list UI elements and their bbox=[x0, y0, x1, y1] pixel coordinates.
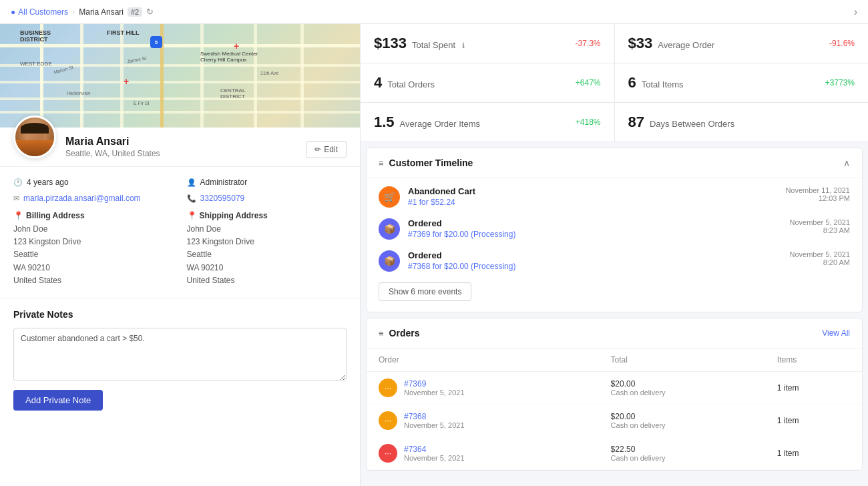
order-amount-0: $20.00 bbox=[611, 379, 753, 389]
stat-change-total-items: +3773% bbox=[825, 78, 855, 87]
customer-name: Maria Ansari bbox=[65, 136, 347, 148]
orders-header: ≡ Orders View All bbox=[367, 318, 862, 348]
timeline-section: ≡ Customer Timeline ∧ 🛒 Abandoned Cart #… bbox=[366, 148, 863, 312]
edit-icon: ✏ bbox=[314, 145, 321, 154]
order-cell-0: ··· #7369 November 5, 2021 bbox=[379, 379, 587, 397]
cart-event-date: November 11, 2021 bbox=[785, 186, 850, 194]
shipping-state-zip: WA 90210 bbox=[187, 262, 347, 274]
orders-section: ≡ Orders View All Order Total Items bbox=[366, 318, 863, 471]
timeline-event-order-7369: 📦 Ordered #7369 for $20.00 (Processing) … bbox=[379, 218, 850, 240]
order-7369-content: Ordered #7369 for $20.00 (Processing) bbox=[408, 218, 782, 239]
cart-event-detail[interactable]: #1 for $52.24 bbox=[408, 198, 777, 207]
order-7369-hour: 8:23 AM bbox=[790, 226, 851, 234]
stat-value-total-items: 6 bbox=[628, 74, 636, 91]
customer-badge: #2 bbox=[128, 7, 142, 17]
email-link[interactable]: maria.pirzada.ansari@gmail.com bbox=[23, 194, 141, 203]
order-link-2[interactable]: #7364 bbox=[404, 445, 465, 454]
back-label: All Customers bbox=[18, 7, 68, 17]
cart-event-icon: 🛒 bbox=[379, 186, 400, 208]
phone-detail: 📞 3320595079 bbox=[187, 194, 347, 203]
collapse-icon[interactable]: › bbox=[854, 6, 857, 18]
address-block: 📍 Billing Address John Doe 123 Kingston … bbox=[13, 211, 347, 287]
shipping-address1: 123 Kingston Drive bbox=[187, 236, 347, 248]
customer-location: Seattle, WA, United States bbox=[65, 149, 347, 158]
shipping-name: John Doe bbox=[187, 223, 347, 236]
order-link-1[interactable]: #7368 bbox=[404, 412, 465, 421]
cart-event-content: Abandoned Cart #1 for $52.24 bbox=[408, 186, 777, 207]
order-7368-content: Ordered #7368 for $20.00 (Processing) bbox=[408, 250, 782, 271]
timeline-events: 🛒 Abandoned Cart #1 for $52.24 November … bbox=[367, 178, 862, 312]
billing-city: Seattle bbox=[13, 248, 174, 261]
order-payment-1: Cash on delivery bbox=[611, 421, 753, 429]
refresh-icon[interactable]: ↻ bbox=[146, 7, 154, 17]
timeline-collapse-button[interactable]: ∧ bbox=[843, 158, 850, 168]
stat-label-average-order: Average Order bbox=[658, 40, 714, 50]
stat-value-avg-order-items: 1.5 bbox=[374, 113, 395, 131]
order-7369-detail[interactable]: #7369 for $20.00 (Processing) bbox=[408, 230, 782, 239]
order-items-cell-2: 1 item bbox=[765, 437, 862, 470]
clock-icon: 🕐 bbox=[13, 178, 23, 187]
order-payment-2: Cash on delivery bbox=[611, 454, 753, 462]
order-7368-time: November 5, 2021 8:20 AM bbox=[790, 250, 851, 266]
order-payment-0: Cash on delivery bbox=[611, 389, 753, 397]
order-items-cell-0: 1 item bbox=[765, 372, 862, 405]
timeline-event-order-7368: 📦 Ordered #7368 for $20.00 (Processing) … bbox=[379, 250, 850, 272]
email-icon: ✉ bbox=[13, 194, 19, 203]
stat-total-items: 6 Total Items +3773% bbox=[615, 63, 869, 102]
stat-days-between: 87 Days Between Orders bbox=[615, 103, 869, 142]
timeline-event-cart: 🛒 Abandoned Cart #1 for $52.24 November … bbox=[379, 186, 850, 208]
billing-name: John Doe bbox=[13, 223, 174, 236]
order-status-icon-1: ··· bbox=[379, 411, 397, 430]
nav-separator: › bbox=[72, 7, 75, 17]
order-7369-title: Ordered bbox=[408, 218, 782, 228]
show-more-events-button[interactable]: Show 6 more events bbox=[379, 282, 471, 301]
stat-value-average-order: $33 bbox=[628, 35, 653, 52]
cart-icon: 🛒 bbox=[384, 192, 395, 202]
billing-address: 📍 Billing Address John Doe 123 Kingston … bbox=[13, 211, 174, 287]
stat-change-total-orders: +647% bbox=[576, 78, 601, 87]
order-event-icon-7368: 📦 bbox=[379, 250, 400, 272]
order-7368-date: November 5, 2021 bbox=[790, 250, 851, 258]
orders-icon: ≡ bbox=[379, 328, 384, 338]
order-items-count-1: 1 item bbox=[777, 416, 799, 425]
stat-avg-order-items: 1.5 Average Order Items +418% bbox=[361, 103, 614, 142]
edit-button[interactable]: ✏ Edit bbox=[306, 141, 347, 158]
map-area: BUSINESSDISTRICT FIRST HILL WEST EDGE CE… bbox=[0, 24, 360, 128]
add-note-button[interactable]: Add Private Note bbox=[13, 390, 103, 411]
cart-event-time: November 11, 2021 12:03 PM bbox=[785, 186, 850, 202]
order-total-cell-0: $20.00 Cash on delivery bbox=[599, 372, 765, 405]
shipping-title: Shipping Address bbox=[200, 211, 268, 220]
order-items-count-2: 1 item bbox=[777, 449, 799, 458]
orders-title: Orders bbox=[389, 328, 420, 338]
order-7368-detail[interactable]: #7368 for $20.00 (Processing) bbox=[408, 262, 782, 271]
notes-textarea[interactable]: Customer abandoned a cart > $50. bbox=[13, 328, 347, 381]
order-date-2: November 5, 2021 bbox=[404, 454, 465, 462]
order-total-cell-2: $22.50 Cash on delivery bbox=[599, 437, 765, 470]
phone-link[interactable]: 3320595079 bbox=[200, 194, 245, 203]
back-arrow-icon: ● bbox=[11, 7, 15, 17]
timeline-title: Customer Timeline bbox=[389, 158, 473, 168]
shipping-pin-icon: 📍 bbox=[187, 211, 197, 220]
order-link-0[interactable]: #7369 bbox=[404, 379, 465, 389]
billing-pin-icon: 📍 bbox=[13, 211, 23, 220]
back-to-customers[interactable]: ● All Customers bbox=[11, 7, 68, 17]
stat-change-average-order: -91.6% bbox=[829, 39, 855, 48]
order-status-icon-2: ··· bbox=[379, 444, 397, 463]
billing-title: Billing Address bbox=[26, 211, 85, 220]
view-all-link[interactable]: View All bbox=[822, 328, 850, 338]
cart-event-hour: 12:03 PM bbox=[785, 194, 850, 202]
order-7369-time: November 5, 2021 8:23 AM bbox=[790, 218, 851, 234]
order-total-cell-1: $20.00 Cash on delivery bbox=[599, 405, 765, 437]
stats-grid: $133 Total Spent ℹ -37.3% $33 Average Or… bbox=[361, 24, 868, 142]
email-detail: ✉ maria.pirzada.ansari@gmail.com bbox=[13, 194, 174, 203]
details-section: 🕐 4 years ago 👤 Administrator ✉ maria.pi… bbox=[0, 167, 360, 298]
order-items-count-0: 1 item bbox=[777, 383, 799, 393]
stat-total-orders: 4 Total Orders +647% bbox=[361, 63, 614, 102]
billing-state-zip: WA 90210 bbox=[13, 262, 174, 274]
right-panel: $133 Total Spent ℹ -37.3% $33 Average Or… bbox=[361, 24, 868, 486]
stat-label-days-between: Days Between Orders bbox=[650, 119, 734, 129]
profile-section: Maria Ansari Seattle, WA, United States … bbox=[0, 128, 360, 167]
stat-label-total-spent: Total Spent bbox=[412, 40, 455, 50]
billing-country: United States bbox=[13, 274, 174, 287]
billing-lines: John Doe 123 Kingston Drive Seattle WA 9… bbox=[13, 223, 174, 287]
